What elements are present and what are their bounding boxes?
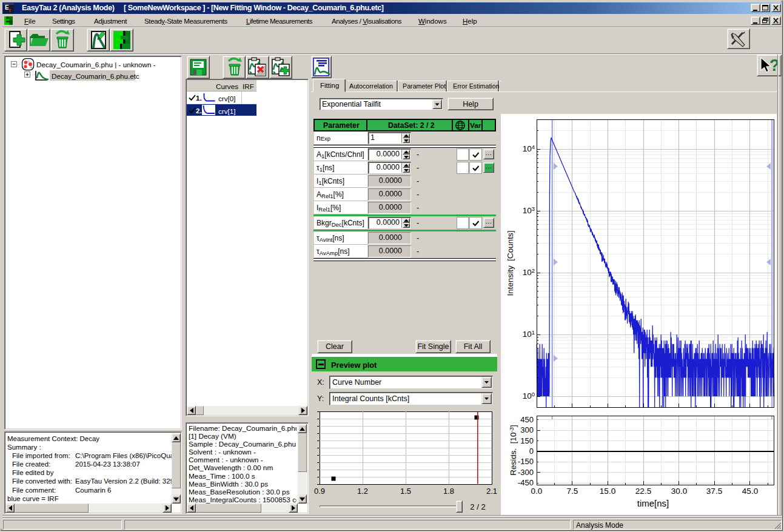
svg-text:τ: τ: [8, 7, 11, 13]
